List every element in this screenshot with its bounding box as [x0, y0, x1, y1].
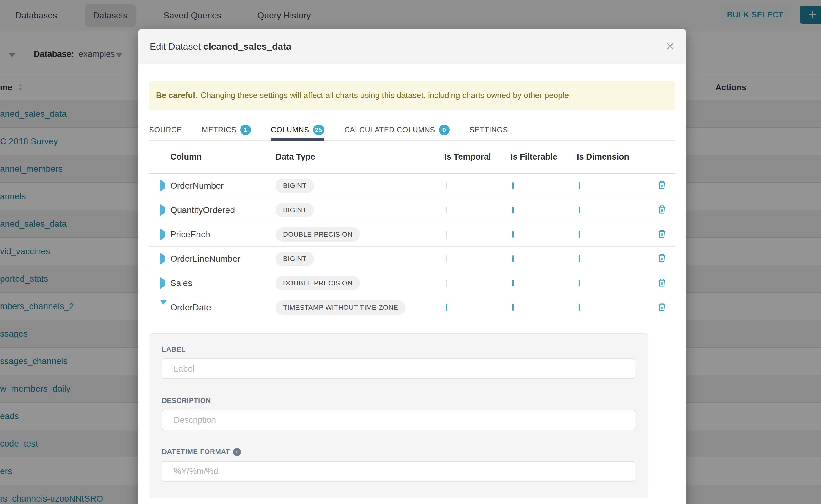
is-temporal-checkbox[interactable] [446, 207, 448, 213]
header-column: Column [170, 152, 275, 162]
is-temporal-checkbox[interactable] [446, 231, 448, 238]
trash-icon [657, 253, 667, 263]
warning-text: Changing these settings will affect all … [200, 91, 571, 100]
is-dimension-checkbox[interactable] [579, 280, 580, 286]
is-filterable-checkbox[interactable] [512, 255, 514, 262]
datetime-format-field-heading: DATETIME FORMAT i [162, 448, 636, 456]
modal-title-dataset-name: cleaned_sales_data [203, 41, 291, 52]
datetime-format-input[interactable] [162, 461, 636, 482]
tab-metrics[interactable]: METRICS 1 [202, 119, 251, 140]
tab-badge: 1 [240, 125, 251, 135]
info-icon[interactable]: i [233, 448, 241, 456]
column-row-priceeach: PriceEach DOUBLE PRECISION [149, 222, 675, 247]
expand-caret-icon[interactable] [160, 180, 165, 192]
column-name: QuantityOrdered [170, 205, 275, 215]
expand-caret-icon[interactable] [160, 228, 165, 240]
header-data-type: Data Type [275, 152, 444, 162]
data-type-pill: DOUBLE PRECISION [275, 276, 360, 290]
is-dimension-checkbox[interactable] [579, 255, 580, 262]
delete-column-button[interactable] [657, 278, 667, 289]
delete-column-button[interactable] [657, 253, 667, 264]
warning-bold-text: Be careful. [156, 91, 197, 100]
tab-settings[interactable]: SETTINGS [470, 119, 508, 140]
label-input[interactable] [162, 358, 636, 379]
data-type-pill: DOUBLE PRECISION [275, 227, 360, 242]
description-input[interactable] [162, 410, 636, 430]
modal-title-prefix: Edit Dataset [150, 41, 200, 52]
warning-banner: Be careful. Changing these settings will… [149, 81, 675, 110]
is-dimension-checkbox[interactable] [579, 182, 580, 189]
column-row-sales: Sales DOUBLE PRECISION [149, 271, 675, 295]
is-temporal-checkbox[interactable] [446, 182, 448, 189]
tab-columns[interactable]: COLUMNS 25 [271, 119, 324, 140]
column-name: PriceEach [170, 230, 275, 240]
column-row-ordernumber: OrderNumber BIGINT [149, 174, 675, 198]
header-is-dimension: Is Dimension [577, 152, 649, 162]
label-field-heading: LABEL [162, 345, 636, 353]
data-type-pill: TIMESTAMP WITHOUT TIME ZONE [275, 300, 405, 315]
column-detail-panel: LABEL DESCRIPTION DATETIME FORMAT i [149, 333, 648, 498]
delete-column-button[interactable] [657, 229, 667, 240]
description-field-heading: DESCRIPTION [162, 397, 636, 405]
is-dimension-checkbox[interactable] [579, 304, 580, 311]
tab-badge: 25 [313, 125, 324, 135]
delete-column-button[interactable] [657, 302, 667, 313]
column-row-orderdate: OrderDate TIMESTAMP WITHOUT TIME ZONE [149, 295, 675, 320]
trash-icon [657, 302, 667, 312]
data-type-pill: BIGINT [275, 179, 314, 193]
tab-source[interactable]: SOURCE [149, 119, 182, 140]
columns-table: Column Data Type Is Temporal Is Filterab… [149, 141, 675, 320]
column-name: Sales [170, 278, 275, 288]
is-temporal-checkbox[interactable] [446, 304, 448, 311]
is-temporal-checkbox[interactable] [446, 280, 448, 286]
expand-caret-icon[interactable] [160, 253, 165, 265]
data-type-pill: BIGINT [275, 252, 314, 266]
trash-icon [657, 278, 667, 288]
delete-column-button[interactable] [657, 205, 667, 215]
is-temporal-checkbox[interactable] [446, 255, 448, 262]
is-filterable-checkbox[interactable] [512, 182, 514, 189]
columns-table-header: Column Data Type Is Temporal Is Filterab… [149, 141, 675, 174]
modal-title: Edit Dataset cleaned_sales_data [150, 41, 291, 52]
column-name: OrderLineNumber [170, 254, 275, 264]
edit-dataset-modal: Edit Dataset cleaned_sales_data ✕ Be car… [138, 29, 686, 504]
column-name: OrderNumber [170, 181, 275, 191]
collapse-caret-icon[interactable] [160, 300, 167, 310]
header-is-temporal: Is Temporal [444, 152, 511, 162]
is-filterable-checkbox[interactable] [512, 231, 514, 238]
header-is-filterable: Is Filterable [511, 152, 577, 162]
expand-caret-icon[interactable] [160, 204, 165, 216]
is-dimension-checkbox[interactable] [579, 231, 580, 238]
delete-column-button[interactable] [657, 180, 667, 191]
column-row-quantityordered: QuantityOrdered BIGINT [149, 198, 675, 222]
is-dimension-checkbox[interactable] [579, 207, 580, 213]
column-name: OrderDate [170, 303, 275, 313]
is-filterable-checkbox[interactable] [512, 207, 514, 213]
trash-icon [657, 180, 667, 190]
modal-tabs: SOURCE METRICS 1 COLUMNS 25 CALCULATED C… [149, 119, 675, 141]
column-row-orderlinenumber: OrderLineNumber BIGINT [149, 247, 675, 271]
is-filterable-checkbox[interactable] [512, 280, 514, 286]
is-filterable-checkbox[interactable] [512, 304, 514, 311]
close-icon[interactable]: ✕ [665, 41, 675, 52]
data-type-pill: BIGINT [275, 203, 314, 217]
trash-icon [657, 205, 667, 215]
modal-header: Edit Dataset cleaned_sales_data ✕ [138, 29, 686, 64]
modal-body: Be careful. Changing these settings will… [138, 81, 686, 498]
trash-icon [657, 229, 667, 239]
expand-caret-icon[interactable] [160, 277, 165, 289]
tab-calculated-columns[interactable]: CALCULATED COLUMNS 0 [344, 119, 450, 140]
tab-badge: 0 [439, 125, 450, 135]
